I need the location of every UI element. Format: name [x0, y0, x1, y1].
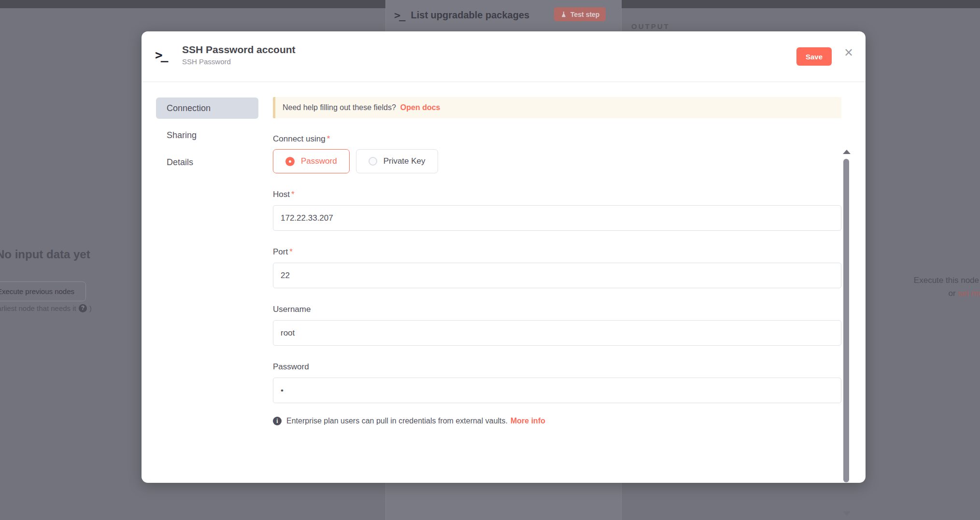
modal-sidebar: Connection Sharing Details — [156, 98, 258, 179]
earliest-node-caption: earliest node that needs it ? ) — [0, 304, 92, 312]
open-docs-link[interactable]: Open docs — [400, 103, 440, 112]
enterprise-note-text: Enterprise plan users can pull in creden… — [286, 417, 545, 425]
flask-icon — [560, 11, 567, 18]
or-text: or — [949, 289, 956, 298]
docs-banner: Need help filling out these fields? Open… — [273, 97, 841, 118]
no-input-data-title: No input data yet — [0, 248, 90, 261]
execute-node-hint: Execute this node or set moc — [869, 276, 979, 298]
password-label: Password — [273, 362, 841, 372]
docs-banner-text: Need help filling out these fields? — [283, 103, 396, 112]
host-label: Host* — [273, 190, 841, 199]
earliest-node-caption-suffix: ) — [89, 304, 92, 312]
enterprise-note: i Enterprise plan users can pull in cred… — [273, 417, 841, 425]
save-button[interactable]: Save — [796, 47, 832, 66]
host-label-text: Host — [273, 190, 290, 199]
execute-this-node-text: Execute this node — [869, 276, 979, 285]
sidebar-item-sharing[interactable]: Sharing — [156, 125, 258, 146]
credential-titles: SSH Password account SSH Password — [182, 44, 296, 66]
scrollbar-thumb[interactable] — [843, 159, 849, 482]
credential-subtitle: SSH Password — [182, 57, 296, 66]
modal-body: Connection Sharing Details Need help fil… — [142, 83, 866, 483]
or-set-mock-line: or set moc — [869, 289, 980, 298]
required-asterisk: * — [291, 190, 295, 199]
port-label-text: Port — [273, 247, 288, 256]
info-icon: i — [273, 417, 282, 425]
close-icon[interactable]: × — [844, 45, 853, 60]
radio-option-private-key-label: Private Key — [383, 156, 426, 166]
terminal-icon: >_ — [394, 9, 404, 21]
scrollbar-down-arrow[interactable] — [843, 511, 851, 516]
test-step-button[interactable]: Test step — [554, 7, 606, 21]
radio-option-private-key[interactable]: Private Key — [356, 149, 438, 173]
credential-modal: >_ SSH Password account SSH Password Sav… — [142, 31, 866, 483]
radio-selected-icon — [285, 157, 295, 166]
enterprise-note-text-inner: Enterprise plan users can pull in creden… — [286, 417, 508, 425]
sidebar-item-connection[interactable]: Connection — [156, 98, 258, 119]
radio-option-password[interactable]: Password — [273, 149, 350, 173]
modal-header: >_ SSH Password account SSH Password Sav… — [142, 31, 866, 82]
output-panel-label: OUTPUT — [631, 22, 670, 30]
password-label-text: Password — [273, 362, 309, 371]
node-title: List upgradable packages — [411, 10, 530, 21]
sidebar-item-details[interactable]: Details — [156, 152, 258, 173]
port-label: Port* — [273, 247, 841, 257]
connect-using-label-text: Connect using — [273, 134, 326, 143]
test-step-label: Test step — [570, 11, 599, 18]
port-input[interactable] — [273, 263, 841, 288]
terminal-icon: >_ — [155, 48, 166, 62]
set-mock-link[interactable]: set moc — [958, 289, 980, 298]
connect-using-label: Connect using* — [273, 134, 841, 144]
username-input[interactable] — [273, 320, 841, 346]
required-asterisk: * — [289, 247, 293, 256]
execute-previous-nodes-button[interactable]: Execute previous nodes — [0, 281, 86, 301]
credential-title: SSH Password account — [182, 44, 296, 56]
earliest-node-caption-text: earliest node that needs it — [0, 304, 76, 312]
radio-option-password-label: Password — [301, 156, 337, 166]
username-label: Username — [273, 305, 841, 314]
required-asterisk: * — [327, 134, 330, 143]
host-input[interactable] — [273, 205, 841, 231]
radio-unselected-icon — [369, 157, 377, 166]
username-label-text: Username — [273, 305, 311, 314]
connect-using-options: Password Private Key — [273, 149, 841, 173]
password-input[interactable] — [273, 378, 841, 403]
scrollbar-up-arrow[interactable] — [843, 150, 851, 154]
more-info-link[interactable]: More info — [511, 417, 545, 425]
credential-form: Need help filling out these fields? Open… — [273, 83, 841, 425]
help-icon: ? — [79, 304, 87, 312]
